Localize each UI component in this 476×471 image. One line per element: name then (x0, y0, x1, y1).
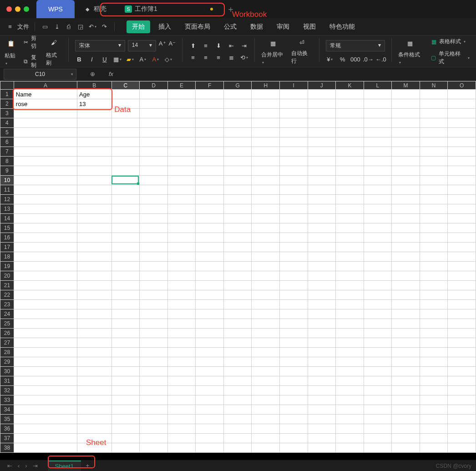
cell-G17[interactable] (223, 243, 252, 252)
cell-F27[interactable] (196, 338, 224, 348)
cell-F12[interactable] (196, 195, 224, 204)
cell-J13[interactable] (308, 204, 336, 214)
cell-F25[interactable] (196, 319, 224, 329)
cell-O36[interactable] (448, 424, 476, 434)
cell-F13[interactable] (196, 204, 224, 214)
cell-H23[interactable] (252, 300, 280, 309)
cell-K8[interactable] (336, 157, 364, 166)
save-icon[interactable]: ⤓ (52, 22, 61, 31)
cell-L38[interactable] (364, 443, 392, 453)
cell-J15[interactable] (308, 223, 336, 233)
cell-F37[interactable] (196, 434, 224, 443)
cell-M1[interactable] (392, 90, 420, 99)
cell-E26[interactable] (167, 329, 196, 338)
cell-B8[interactable] (77, 157, 112, 166)
col-header-M[interactable]: M (392, 81, 420, 90)
cell-A23[interactable] (14, 300, 77, 309)
cell-N9[interactable] (420, 166, 448, 176)
cell-E7[interactable] (167, 147, 196, 157)
cell-G10[interactable] (223, 176, 252, 185)
cell-C17[interactable] (111, 243, 140, 252)
col-header-E[interactable]: E (167, 81, 196, 90)
cell-E15[interactable] (167, 223, 196, 233)
cell-L30[interactable] (364, 367, 392, 376)
cell-N31[interactable] (420, 376, 448, 386)
cell-H11[interactable] (252, 185, 280, 195)
cell-A15[interactable] (14, 223, 77, 233)
cell-O23[interactable] (448, 300, 476, 309)
cell-F2[interactable] (196, 99, 224, 109)
merge-center-button[interactable]: 合并居中 (261, 51, 285, 65)
cell-M30[interactable] (392, 367, 420, 376)
cell-K32[interactable] (336, 386, 364, 395)
cell-F31[interactable] (196, 376, 224, 386)
cell-D34[interactable] (140, 405, 168, 415)
cell-L2[interactable] (364, 99, 392, 109)
paste-icon[interactable]: 📋 (5, 37, 17, 49)
add-sheet-button[interactable]: ＋ (81, 461, 94, 470)
cell-O38[interactable] (448, 443, 476, 453)
cell-N1[interactable] (420, 90, 448, 99)
cell-C14[interactable] (111, 214, 140, 223)
redo-icon[interactable]: ↷ (100, 22, 109, 31)
cell-E31[interactable] (167, 376, 196, 386)
tab-page-layout[interactable]: 页面布局 (179, 20, 216, 33)
cell-B33[interactable] (77, 395, 112, 405)
cell-D12[interactable] (140, 195, 168, 204)
cell-I38[interactable] (280, 443, 308, 453)
cell-K36[interactable] (336, 424, 364, 434)
tab-features[interactable]: 特色功能 (324, 20, 360, 33)
cell-I26[interactable] (280, 329, 308, 338)
cell-E2[interactable] (167, 99, 196, 109)
cell-A14[interactable] (14, 214, 77, 223)
cell-B3[interactable] (77, 109, 112, 118)
col-header-B[interactable]: B (77, 81, 112, 90)
sheet-last-icon[interactable]: ⇥ (30, 462, 41, 469)
cell-E38[interactable] (167, 443, 196, 453)
cell-B12[interactable] (77, 195, 112, 204)
cell-B5[interactable] (77, 128, 112, 137)
cell-F21[interactable] (196, 281, 224, 290)
cell-D4[interactable] (140, 118, 168, 128)
cell-L23[interactable] (364, 300, 392, 309)
cell-K15[interactable] (336, 223, 364, 233)
cell-F38[interactable] (196, 443, 224, 453)
cell-D27[interactable] (140, 338, 168, 348)
cell-G2[interactable] (223, 99, 252, 109)
cell-C24[interactable] (111, 309, 140, 319)
cell-M19[interactable] (392, 262, 420, 271)
cell-L9[interactable] (364, 166, 392, 176)
cell-L18[interactable] (364, 252, 392, 262)
row-header-31[interactable]: 31 (0, 376, 14, 386)
cell-E20[interactable] (167, 271, 196, 281)
cell-N18[interactable] (420, 252, 448, 262)
cell-A20[interactable] (14, 271, 77, 281)
cell-J6[interactable] (308, 137, 336, 147)
cell-F29[interactable] (196, 357, 224, 367)
cell-O26[interactable] (448, 329, 476, 338)
cell-E32[interactable] (167, 386, 196, 395)
align-center-icon[interactable]: ≡ (202, 54, 210, 62)
cell-L22[interactable] (364, 290, 392, 300)
cell-O14[interactable] (448, 214, 476, 223)
row-header-9[interactable]: 9 (0, 166, 14, 176)
highlight-icon[interactable]: A (139, 55, 147, 63)
cell-B19[interactable] (77, 262, 112, 271)
cell-N37[interactable] (420, 434, 448, 443)
cell-O22[interactable] (448, 290, 476, 300)
cell-E36[interactable] (167, 424, 196, 434)
cell-A10[interactable] (14, 176, 77, 185)
cell-G27[interactable] (223, 338, 252, 348)
cell-E34[interactable] (167, 405, 196, 415)
cell-L15[interactable] (364, 223, 392, 233)
cell-M33[interactable] (392, 395, 420, 405)
cond-format-button[interactable]: 条件格式 (398, 51, 422, 65)
cell-G37[interactable] (223, 434, 252, 443)
cell-H18[interactable] (252, 252, 280, 262)
cell-L32[interactable] (364, 386, 392, 395)
cell-D33[interactable] (140, 395, 168, 405)
cell-F4[interactable] (196, 118, 224, 128)
name-box[interactable]: C10 (4, 69, 76, 80)
cell-K35[interactable] (336, 415, 364, 424)
cell-L12[interactable] (364, 195, 392, 204)
